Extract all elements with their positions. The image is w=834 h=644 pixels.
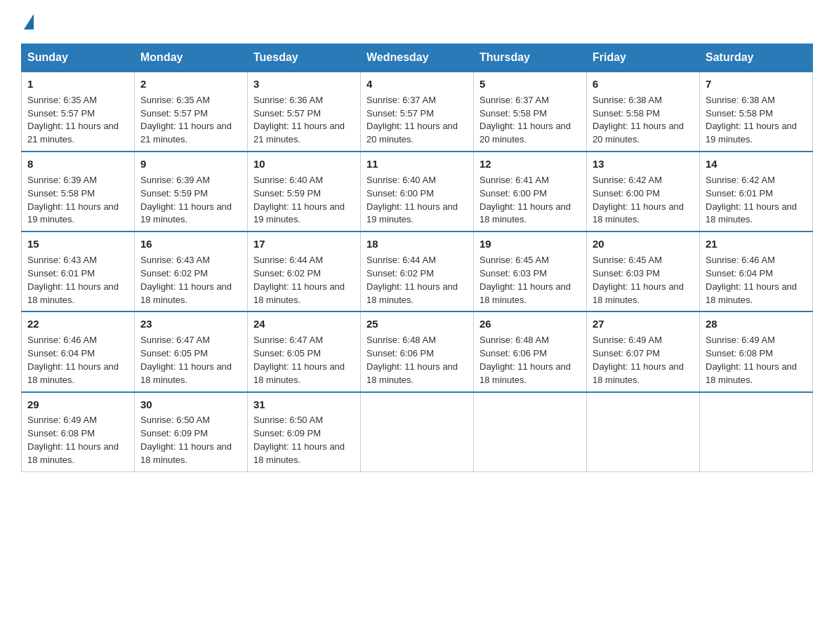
day-sunset: Sunset: 6:04 PM: [706, 268, 773, 279]
day-number: 24: [253, 316, 355, 332]
day-sunset: Sunset: 6:00 PM: [366, 188, 434, 199]
calendar-cell: 20 Sunrise: 6:45 AM Sunset: 6:03 PM Dayl…: [587, 232, 700, 311]
day-sunrise: Sunrise: 6:36 AM: [253, 95, 323, 105]
column-header-tuesday: Tuesday: [248, 44, 361, 72]
calendar-cell: 13 Sunrise: 6:42 AM Sunset: 6:00 PM Dayl…: [587, 152, 700, 232]
day-sunrise: Sunrise: 6:35 AM: [140, 95, 210, 105]
day-sunset: Sunset: 5:59 PM: [140, 188, 208, 199]
day-sunset: Sunset: 6:02 PM: [140, 268, 208, 279]
day-sunrise: Sunrise: 6:50 AM: [140, 415, 210, 425]
calendar-cell: 10 Sunrise: 6:40 AM Sunset: 5:59 PM Dayl…: [248, 152, 361, 232]
calendar-cell: 7 Sunrise: 6:38 AM Sunset: 5:58 PM Dayli…: [700, 72, 813, 152]
day-sunrise: Sunrise: 6:45 AM: [479, 255, 549, 265]
day-sunset: Sunset: 6:03 PM: [479, 268, 547, 279]
day-number: 18: [366, 236, 468, 252]
logo-triangle-icon: [24, 14, 34, 29]
day-sunset: Sunset: 6:02 PM: [366, 268, 434, 279]
day-daylight: Daylight: 11 hours and 18 minutes.: [253, 361, 345, 385]
day-number: 2: [140, 76, 241, 92]
day-sunset: Sunset: 6:00 PM: [479, 188, 547, 199]
calendar-cell: 15 Sunrise: 6:43 AM Sunset: 6:01 PM Dayl…: [22, 232, 135, 311]
day-sunrise: Sunrise: 6:49 AM: [593, 335, 662, 345]
day-daylight: Daylight: 11 hours and 19 minutes.: [253, 201, 345, 225]
calendar-cell: [700, 392, 813, 472]
day-number: 8: [27, 156, 128, 172]
day-daylight: Daylight: 11 hours and 19 minutes.: [706, 121, 797, 145]
column-header-sunday: Sunday: [22, 44, 135, 72]
day-sunset: Sunset: 6:03 PM: [593, 268, 660, 279]
day-sunset: Sunset: 5:57 PM: [27, 108, 95, 119]
day-daylight: Daylight: 11 hours and 18 minutes.: [140, 361, 232, 385]
day-daylight: Daylight: 11 hours and 18 minutes.: [593, 361, 684, 385]
day-number: 16: [140, 236, 241, 252]
day-sunset: Sunset: 6:02 PM: [253, 268, 321, 279]
calendar-cell: 3 Sunrise: 6:36 AM Sunset: 5:57 PM Dayli…: [248, 72, 361, 152]
day-sunrise: Sunrise: 6:46 AM: [706, 255, 775, 265]
day-daylight: Daylight: 11 hours and 18 minutes.: [706, 201, 797, 225]
day-daylight: Daylight: 11 hours and 18 minutes.: [253, 281, 345, 305]
calendar-cell: 8 Sunrise: 6:39 AM Sunset: 5:58 PM Dayli…: [22, 152, 135, 232]
day-sunset: Sunset: 5:58 PM: [479, 108, 547, 119]
day-sunset: Sunset: 5:58 PM: [706, 108, 773, 119]
day-daylight: Daylight: 11 hours and 18 minutes.: [593, 201, 684, 225]
day-sunrise: Sunrise: 6:48 AM: [366, 335, 436, 345]
day-sunset: Sunset: 6:01 PM: [27, 268, 95, 279]
day-sunset: Sunset: 5:58 PM: [593, 108, 660, 119]
day-sunset: Sunset: 5:57 PM: [366, 108, 434, 119]
day-sunrise: Sunrise: 6:47 AM: [253, 335, 323, 345]
day-sunrise: Sunrise: 6:47 AM: [140, 335, 210, 345]
day-sunrise: Sunrise: 6:37 AM: [479, 95, 549, 105]
day-sunset: Sunset: 6:04 PM: [27, 348, 95, 358]
day-sunrise: Sunrise: 6:45 AM: [593, 255, 662, 265]
day-daylight: Daylight: 11 hours and 18 minutes.: [479, 361, 571, 385]
page-header: [21, 14, 813, 31]
day-sunrise: Sunrise: 6:41 AM: [479, 175, 549, 185]
calendar-cell: 22 Sunrise: 6:46 AM Sunset: 6:04 PM Dayl…: [22, 311, 135, 391]
day-sunrise: Sunrise: 6:35 AM: [27, 95, 97, 105]
day-number: 11: [366, 156, 468, 172]
day-daylight: Daylight: 11 hours and 18 minutes.: [27, 441, 119, 465]
day-number: 13: [593, 156, 694, 172]
calendar-cell: 1 Sunrise: 6:35 AM Sunset: 5:57 PM Dayli…: [22, 72, 135, 152]
day-daylight: Daylight: 11 hours and 20 minutes.: [479, 121, 571, 145]
calendar-cell: 30 Sunrise: 6:50 AM Sunset: 6:09 PM Dayl…: [135, 392, 248, 472]
day-daylight: Daylight: 11 hours and 19 minutes.: [366, 201, 458, 225]
day-number: 7: [706, 76, 807, 92]
day-sunset: Sunset: 5:57 PM: [253, 108, 321, 119]
day-daylight: Daylight: 11 hours and 19 minutes.: [140, 201, 232, 225]
day-number: 5: [479, 76, 581, 92]
day-sunset: Sunset: 6:05 PM: [140, 348, 208, 358]
day-daylight: Daylight: 11 hours and 18 minutes.: [366, 281, 458, 305]
day-sunset: Sunset: 6:09 PM: [140, 428, 208, 438]
calendar-week-row: 22 Sunrise: 6:46 AM Sunset: 6:04 PM Dayl…: [22, 311, 813, 391]
day-number: 29: [27, 397, 128, 412]
day-number: 22: [27, 316, 128, 332]
calendar-cell: 6 Sunrise: 6:38 AM Sunset: 5:58 PM Dayli…: [587, 72, 700, 152]
day-sunrise: Sunrise: 6:38 AM: [706, 95, 775, 105]
logo: [21, 14, 34, 31]
day-sunrise: Sunrise: 6:40 AM: [253, 175, 323, 185]
day-number: 14: [706, 156, 807, 172]
day-sunrise: Sunrise: 6:44 AM: [253, 255, 323, 265]
calendar-cell: 19 Sunrise: 6:45 AM Sunset: 6:03 PM Dayl…: [474, 232, 587, 311]
day-number: 6: [593, 76, 694, 92]
day-sunset: Sunset: 5:58 PM: [27, 188, 95, 199]
day-daylight: Daylight: 11 hours and 18 minutes.: [479, 201, 571, 225]
calendar-cell: 11 Sunrise: 6:40 AM Sunset: 6:00 PM Dayl…: [361, 152, 474, 232]
day-daylight: Daylight: 11 hours and 18 minutes.: [140, 441, 232, 465]
day-sunrise: Sunrise: 6:37 AM: [366, 95, 436, 105]
day-sunrise: Sunrise: 6:46 AM: [27, 335, 97, 345]
day-sunrise: Sunrise: 6:38 AM: [593, 95, 662, 105]
day-daylight: Daylight: 11 hours and 21 minutes.: [140, 121, 232, 145]
day-daylight: Daylight: 11 hours and 21 minutes.: [253, 121, 345, 145]
calendar-cell: [474, 392, 587, 472]
day-daylight: Daylight: 11 hours and 18 minutes.: [593, 281, 684, 305]
calendar-cell: 28 Sunrise: 6:49 AM Sunset: 6:08 PM Dayl…: [700, 311, 813, 391]
calendar-cell: 31 Sunrise: 6:50 AM Sunset: 6:09 PM Dayl…: [248, 392, 361, 472]
day-sunrise: Sunrise: 6:49 AM: [27, 415, 97, 425]
day-sunrise: Sunrise: 6:43 AM: [140, 255, 210, 265]
day-number: 27: [593, 316, 694, 332]
calendar-week-row: 8 Sunrise: 6:39 AM Sunset: 5:58 PM Dayli…: [22, 152, 813, 232]
calendar-cell: 17 Sunrise: 6:44 AM Sunset: 6:02 PM Dayl…: [248, 232, 361, 311]
day-sunset: Sunset: 5:57 PM: [140, 108, 208, 119]
